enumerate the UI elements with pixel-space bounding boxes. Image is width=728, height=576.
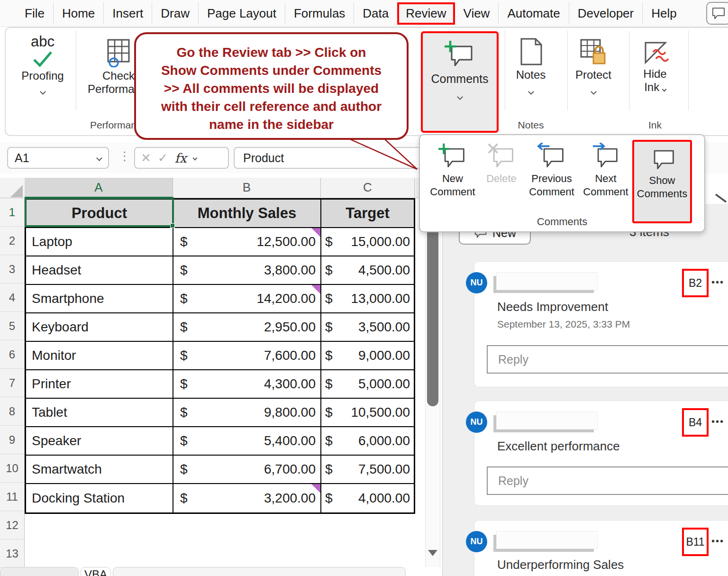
row-number[interactable]: 1 [0, 198, 24, 227]
cell-value: 12,500.00 [256, 234, 316, 249]
fill-handle[interactable] [170, 223, 175, 228]
hide-ink-button[interactable]: Hide Ink [632, 39, 678, 94]
cell-a10[interactable]: Smartwatch [26, 456, 173, 484]
cell-b10[interactable]: $6,700.00 [173, 456, 321, 484]
tab-review[interactable]: Review [397, 2, 455, 25]
tab-home[interactable]: Home [54, 3, 103, 24]
scrollbar-thumb[interactable] [427, 225, 438, 406]
cell-c7[interactable]: $5,000.00 [321, 370, 414, 399]
sheet-tab-1[interactable] [0, 567, 79, 576]
cell-a9[interactable]: Speaker [26, 427, 173, 456]
table-row: Headset $3,800.00 $4,500.00 [26, 256, 414, 285]
cell-c6[interactable]: $9,000.00 [321, 342, 414, 370]
row-number[interactable]: 9 [0, 426, 24, 454]
chevron-down-icon[interactable] [715, 191, 728, 207]
row-number[interactable]: 3 [0, 255, 24, 283]
row-number[interactable]: 12 [0, 511, 24, 539]
row-number[interactable]: 8 [0, 397, 24, 426]
protect-button[interactable]: Protect [571, 38, 616, 96]
comment-text: Needs Improvement [497, 300, 608, 314]
name-box-value: A1 [15, 151, 29, 165]
row-number[interactable]: 4 [0, 283, 24, 312]
previous-comment-menu-item[interactable]: PreviousComment [524, 140, 579, 199]
tab-file[interactable]: File [16, 3, 53, 24]
cell-b3[interactable]: $3,800.00 [173, 256, 321, 285]
more-options-icon[interactable]: ••• [711, 277, 724, 288]
column-header-a[interactable]: A [25, 178, 173, 198]
comment-card-b11[interactable]: NU B11 ••• Underperforming Sales [474, 520, 728, 576]
currency-symbol: $ [180, 405, 188, 420]
tab-insert[interactable]: Insert [104, 3, 152, 24]
tab-automate[interactable]: Automate [499, 3, 568, 24]
column-header-b[interactable]: B [173, 178, 321, 198]
cell-b6[interactable]: $7,600.00 [173, 342, 321, 370]
row-number[interactable]: 5 [0, 312, 24, 340]
scroll-down-arrow[interactable] [428, 550, 437, 556]
comments-ribbon-button[interactable]: Comments [421, 31, 499, 133]
proofing-button[interactable]: abc Proofing [14, 33, 71, 96]
tab-developer[interactable]: Developer [569, 3, 643, 24]
cell-c3[interactable]: $4,500.00 [321, 256, 414, 285]
fx-icon[interactable]: fx [175, 151, 187, 165]
cell-c10[interactable]: $7,500.00 [321, 456, 414, 484]
enter-check-icon[interactable]: ✓ [158, 151, 168, 165]
cell-c9[interactable]: $6,000.00 [321, 427, 414, 456]
cell-a2[interactable]: Laptop [26, 228, 173, 256]
more-options-icon[interactable]: ••• [711, 536, 724, 547]
cell-a11[interactable]: Docking Station [26, 484, 173, 512]
show-comments-menu-item[interactable]: ShowComments [632, 140, 692, 223]
cell-a4[interactable]: Smartphone [26, 285, 173, 313]
tab-help[interactable]: Help [643, 3, 685, 24]
cell-value: 5,400.00 [264, 433, 316, 448]
notes-button[interactable]: Notes [508, 37, 554, 96]
comment-card-b4[interactable]: NU B4 ••• Excellent performance [474, 401, 728, 506]
cell-c2[interactable]: $15,000.00 [321, 228, 414, 256]
group-divider [567, 31, 568, 110]
more-options-icon[interactable]: ••• [711, 416, 724, 427]
row-number[interactable]: 6 [0, 340, 24, 369]
drag-handle-dots[interactable]: ⋮ [118, 149, 131, 164]
row-number[interactable]: 10 [0, 454, 24, 483]
column-header-c[interactable]: C [321, 178, 415, 198]
row-number[interactable]: 13 [0, 539, 24, 568]
cell-c5[interactable]: $3,500.00 [321, 313, 414, 342]
cell-c11[interactable]: $4,000.00 [321, 484, 414, 512]
cell-b5[interactable]: $2,950.00 [173, 313, 321, 342]
cell-c8[interactable]: $10,500.00 [321, 399, 414, 427]
comments-pane-toggle-button[interactable] [706, 2, 728, 25]
tab-page-layout[interactable]: Page Layout [199, 3, 285, 24]
cell-b1[interactable]: Monthly Sales [173, 200, 321, 228]
sheet-tab-2[interactable] [113, 567, 406, 576]
cell-b9[interactable]: $5,400.00 [173, 427, 321, 456]
cell-b2[interactable]: $12,500.00 [173, 228, 321, 256]
tab-view[interactable]: View [455, 3, 499, 24]
cell-a6[interactable]: Monitor [26, 342, 173, 370]
cell-a8[interactable]: Tablet [26, 399, 173, 427]
select-all-corner[interactable] [10, 185, 23, 197]
next-comment-menu-item[interactable]: NextComment [579, 140, 632, 199]
tab-draw[interactable]: Draw [152, 3, 198, 24]
vertical-scrollbar[interactable] [425, 204, 440, 567]
cell-a3[interactable]: Headset [26, 256, 173, 285]
cell-value: 9,000.00 [358, 348, 410, 363]
cell-b11[interactable]: $3,200.00 [173, 484, 321, 512]
tab-formulas[interactable]: Formulas [285, 3, 354, 24]
reply-input[interactable] [487, 345, 728, 374]
cell-c4[interactable]: $13,000.00 [321, 285, 414, 313]
cancel-x-icon[interactable]: ✕ [141, 151, 151, 165]
sheet-tab-vba[interactable]: VBA [81, 567, 111, 576]
cell-b8[interactable]: $9,800.00 [173, 399, 321, 427]
row-number[interactable]: 7 [0, 369, 24, 397]
new-comment-menu-item[interactable]: NewComment [427, 140, 479, 199]
cell-b7[interactable]: $4,300.00 [173, 370, 321, 399]
cell-a7[interactable]: Printer [26, 370, 173, 399]
row-number[interactable]: 11 [0, 483, 24, 511]
row-number[interactable]: 2 [0, 227, 24, 255]
cell-b4[interactable]: $14,200.00 [173, 285, 321, 313]
cell-c1[interactable]: Target [321, 200, 414, 228]
tab-data[interactable]: Data [354, 3, 397, 24]
cell-a5[interactable]: Keyboard [26, 313, 173, 342]
reply-input[interactable] [487, 466, 728, 495]
name-box[interactable]: A1 [7, 147, 109, 169]
comment-card-b2[interactable]: NU B2 ••• Needs Improvement September 13… [474, 261, 728, 387]
